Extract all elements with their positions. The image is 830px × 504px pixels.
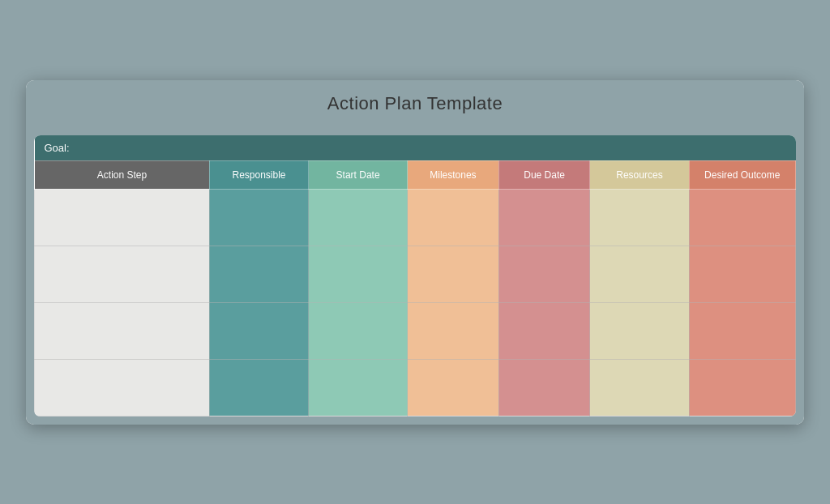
cell-responsible[interactable] [209,189,308,246]
cell-action-step[interactable] [35,302,210,359]
cell-action-step[interactable] [35,246,210,302]
cell-desired-outcome[interactable] [689,302,796,359]
header-due-date: Due Date [498,160,590,189]
cell-desired-outcome[interactable] [689,246,796,302]
cell-resources[interactable] [590,302,689,359]
cell-responsible[interactable] [209,359,308,416]
header-start-date: Start Date [309,160,408,189]
table-row [35,246,796,302]
cell-start-date[interactable] [309,359,408,416]
header-responsible: Responsible [209,160,308,189]
cell-milestones[interactable] [408,302,499,359]
header-action-step: Action Step [35,160,210,189]
cell-due-date[interactable] [498,189,590,246]
header-row: Action Step Responsible Start Date Miles… [35,160,796,189]
cell-due-date[interactable] [498,359,590,416]
table-row [35,359,796,416]
table-row [35,302,796,359]
cell-start-date[interactable] [309,246,408,302]
cell-action-step[interactable] [35,189,210,246]
cell-milestones[interactable] [408,359,499,416]
goal-cell: Goal: [35,135,796,161]
cell-desired-outcome[interactable] [689,359,796,416]
header-resources: Resources [590,160,689,189]
cell-milestones[interactable] [408,189,499,246]
table-row [35,189,796,246]
cell-due-date[interactable] [498,302,590,359]
cell-resources[interactable] [590,246,689,302]
cell-responsible[interactable] [209,246,308,302]
action-plan-container: Action Plan Template Goal: Action Step R… [26,80,804,425]
header-milestones: Milestones [408,160,499,189]
table-wrapper: Goal: Action Step Responsible Start Date… [26,127,804,425]
cell-milestones[interactable] [408,246,499,302]
action-plan-table: Goal: Action Step Responsible Start Date… [34,135,796,416]
cell-desired-outcome[interactable] [689,189,796,246]
cell-due-date[interactable] [498,246,590,302]
goal-row: Goal: [35,135,796,161]
header-desired-outcome: Desired Outcome [689,160,796,189]
cell-start-date[interactable] [309,302,408,359]
cell-resources[interactable] [590,359,689,416]
cell-responsible[interactable] [209,302,308,359]
cell-resources[interactable] [590,189,689,246]
cell-start-date[interactable] [309,189,408,246]
page-title: Action Plan Template [26,80,804,127]
cell-action-step[interactable] [35,359,210,416]
